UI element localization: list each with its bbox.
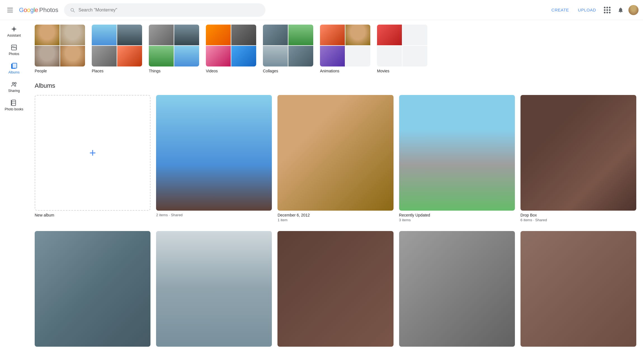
mosaic-cell xyxy=(206,46,231,66)
sidebar: Assistant Photos Albums xyxy=(0,20,28,364)
notifications-button[interactable] xyxy=(615,4,626,16)
avatar[interactable] xyxy=(628,5,639,15)
hamburger-icon xyxy=(7,8,13,12)
album-shared[interactable]: 2 items · Shared xyxy=(156,95,272,222)
animations-mosaic xyxy=(320,25,370,66)
grid-icon xyxy=(604,7,611,13)
header: Google Photos CREATE UPLOAD xyxy=(0,0,643,20)
photobooks-icon xyxy=(11,99,17,106)
menu-button[interactable] xyxy=(4,4,16,16)
sidebar-item-albums[interactable]: Albums xyxy=(2,59,26,78)
category-animations[interactable]: Animations xyxy=(320,25,370,73)
mosaic-cell xyxy=(231,25,256,45)
album-title-dec2012: December 6, 2012 xyxy=(277,213,393,217)
collages-mosaic xyxy=(263,25,313,66)
album-thumb-dec2012 xyxy=(277,95,393,211)
category-label-collages: Collages xyxy=(263,69,313,73)
category-label-places: Places xyxy=(92,69,142,73)
album-dec2012[interactable]: December 6, 2012 1 item xyxy=(277,95,393,222)
mosaic-cell xyxy=(206,25,231,45)
search-input[interactable] xyxy=(79,8,260,13)
bottom-thumb-rocky[interactable] xyxy=(35,231,150,347)
category-label-people: People xyxy=(35,69,85,73)
category-collages[interactable]: Collages xyxy=(263,25,313,73)
sidebar-item-photobooks[interactable]: Photo books xyxy=(2,96,26,115)
mosaic-cell xyxy=(320,46,345,66)
categories-row: People Places Th xyxy=(35,25,636,73)
bottom-thumb-restaurant[interactable] xyxy=(277,231,393,347)
category-label-movies: Movies xyxy=(377,69,427,73)
logo-google-text: Google xyxy=(19,6,38,14)
sidebar-item-sharing[interactable]: Sharing xyxy=(2,78,26,96)
album-title-recently-updated: Recently Updated xyxy=(399,213,515,217)
category-things[interactable]: Things xyxy=(149,25,199,73)
albums-grid: + New album 2 items · Shared December 6,… xyxy=(35,95,636,222)
search-bar[interactable] xyxy=(64,3,265,17)
upload-button[interactable]: UPLOAD xyxy=(574,5,599,15)
sidebar-label-assistant: Assistant xyxy=(7,34,21,37)
mosaic-cell xyxy=(174,46,199,66)
things-mosaic xyxy=(149,25,199,66)
avatar-image xyxy=(628,5,639,15)
category-people[interactable]: People xyxy=(35,25,85,73)
mosaic-cell xyxy=(288,25,313,45)
category-movies[interactable]: Movies xyxy=(377,25,427,73)
bottom-thumb-winter-trees[interactable] xyxy=(156,231,272,347)
mosaic-cell xyxy=(263,25,288,45)
mosaic-cell xyxy=(377,46,402,66)
category-label-things: Things xyxy=(149,69,199,73)
bottom-thumb-kitchen[interactable] xyxy=(520,231,636,347)
mosaic-cell xyxy=(345,25,370,45)
album-new[interactable]: + New album xyxy=(35,95,150,222)
mosaic-cell xyxy=(402,25,427,45)
bottom-thumb-portrait2[interactable] xyxy=(399,231,515,347)
album-thumb-shared xyxy=(156,95,272,211)
mosaic-cell xyxy=(92,46,117,66)
mosaic-cell xyxy=(263,46,288,66)
sidebar-label-photos: Photos xyxy=(9,52,19,56)
create-button[interactable]: CREATE xyxy=(548,5,573,15)
movies-mosaic xyxy=(377,25,427,66)
sidebar-item-assistant[interactable]: Assistant xyxy=(2,22,26,41)
places-mosaic xyxy=(92,25,142,66)
mosaic-cell xyxy=(149,46,174,66)
album-thumb-drop-box xyxy=(520,95,636,211)
mosaic-cell xyxy=(35,46,60,66)
sidebar-label-sharing: Sharing xyxy=(8,89,20,93)
main-content: People Places Th xyxy=(28,20,643,364)
album-title-new: New album xyxy=(35,213,150,217)
svg-rect-4 xyxy=(12,63,17,68)
albums-icon xyxy=(11,63,17,69)
mosaic-cell xyxy=(320,25,345,45)
logo-photos-text: Photos xyxy=(39,6,58,14)
mosaic-cell xyxy=(288,46,313,66)
mosaic-cell xyxy=(92,25,117,45)
logo[interactable]: Google Photos xyxy=(19,6,58,14)
search-icon xyxy=(70,7,75,13)
photos-icon xyxy=(11,44,17,51)
sidebar-item-photos[interactable]: Photos xyxy=(2,41,26,59)
album-drop-box[interactable]: Drop Box 6 items · Shared xyxy=(520,95,636,222)
mosaic-cell xyxy=(60,25,85,45)
mosaic-cell xyxy=(60,46,85,66)
plus-icon: + xyxy=(89,147,96,158)
category-places[interactable]: Places xyxy=(92,25,142,73)
album-recently-updated[interactable]: Recently Updated 3 items xyxy=(399,95,515,222)
album-meta-drop-box: 6 items · Shared xyxy=(520,218,636,222)
mosaic-cell xyxy=(149,25,174,45)
assistant-icon xyxy=(11,26,17,32)
bottom-albums-grid xyxy=(35,231,636,347)
grid-apps-button[interactable] xyxy=(602,4,613,16)
mosaic-cell xyxy=(402,46,427,66)
mosaic-cell xyxy=(117,46,142,66)
mosaic-cell xyxy=(117,25,142,45)
header-actions: CREATE UPLOAD xyxy=(548,4,639,16)
category-label-videos: Videos xyxy=(206,69,256,73)
category-label-animations: Animations xyxy=(320,69,370,73)
album-meta-shared: 2 items · Shared xyxy=(156,213,272,217)
category-videos[interactable]: Videos xyxy=(206,25,256,73)
mosaic-cell xyxy=(35,25,60,45)
sharing-icon xyxy=(11,81,17,88)
album-thumb-recently-updated xyxy=(399,95,515,211)
sidebar-label-albums: Albums xyxy=(8,70,20,74)
